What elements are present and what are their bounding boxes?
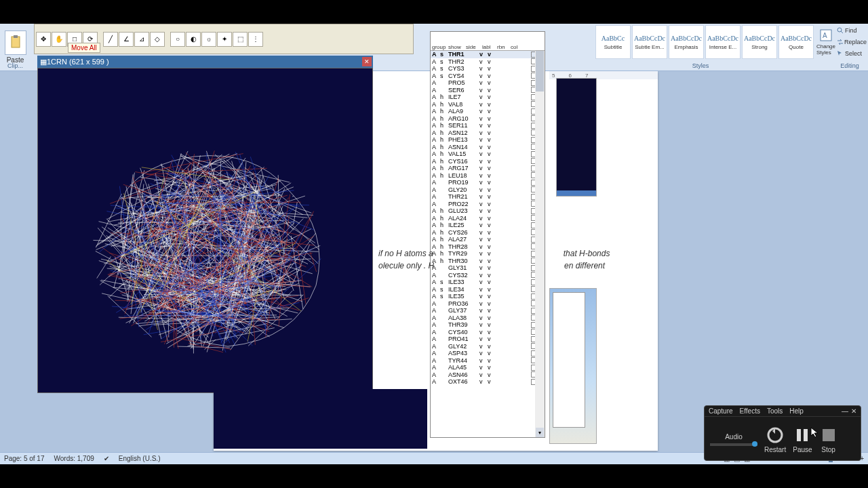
scroll-thumb[interactable] [536, 51, 544, 92]
tool-btn-6[interactable]: ∠ [119, 32, 134, 47]
audio-slider[interactable] [710, 443, 757, 446]
stop-button[interactable]: Stop [819, 426, 838, 453]
viewer-titlebar[interactable]: ▦ 1CRN (621 x 599 ) ✕ [37, 56, 373, 68]
residue-row[interactable]: AhVAL8vv [431, 101, 545, 108]
residue-row[interactable]: AsCYS3vv [431, 65, 545, 73]
restart-button[interactable]: Restart [764, 426, 786, 453]
residue-row[interactable]: AhARG10vv [431, 115, 545, 123]
residue-scrollbar[interactable]: ▴ ▾ [535, 51, 545, 437]
menu-help[interactable]: Help [789, 407, 804, 415]
residue-row[interactable]: AhALA24vv [431, 215, 545, 222]
residue-row[interactable]: ATHR21vv [431, 193, 545, 201]
residue-row[interactable]: AASP43vv [431, 350, 545, 357]
residue-row[interactable]: AhALA27vv [431, 236, 545, 243]
style-emphasis[interactable]: AaBbCcDcEmphasis [669, 25, 704, 59]
recorder-close-button[interactable]: ✕ [851, 407, 856, 415]
style-quote[interactable]: AaBbCcDcQuote [778, 25, 814, 59]
menu-effects[interactable]: Effects [740, 407, 760, 415]
select-button[interactable]: Select [837, 50, 867, 57]
residue-row[interactable]: AhLEU18vv [431, 172, 545, 180]
tool-btn-14[interactable]: ⋮ [248, 32, 263, 47]
svg-rect-1 [14, 35, 18, 38]
residue-row[interactable]: AhPHE13vv [431, 136, 545, 144]
status-language[interactable]: English (U.S.) [119, 455, 161, 462]
residue-row[interactable]: APRO5vv [431, 79, 545, 87]
svg-rect-562 [797, 429, 801, 441]
residue-row[interactable]: AGLY37vv [431, 307, 545, 314]
molecular-viewer[interactable] [37, 68, 373, 393]
paste-button[interactable] [5, 30, 26, 55]
tool-btn-1[interactable]: ✥ [36, 32, 51, 47]
residue-row[interactable]: APRO22vv [431, 201, 545, 208]
residue-row[interactable]: APRO19vv [431, 179, 545, 186]
protein-mesh [72, 109, 343, 380]
menu-tools[interactable]: Tools [767, 407, 783, 415]
styles-group-label: Styles [587, 61, 814, 70]
residue-row[interactable]: AsILE33vv [431, 279, 545, 286]
residue-row[interactable]: AhGLU23vv [431, 207, 545, 215]
status-words[interactable]: Words: 1,709 [54, 455, 94, 462]
scroll-down-button[interactable]: ▾ [536, 428, 544, 437]
residue-row[interactable]: AALA45vv [431, 364, 545, 371]
status-proofing-icon[interactable]: ✔ [104, 455, 109, 462]
tool-btn-11[interactable]: ☼ [201, 32, 216, 47]
residue-row[interactable]: AsCYS4vv [431, 73, 545, 80]
residue-row[interactable]: AOXT46vv [431, 378, 545, 386]
residue-row[interactable]: AALA38vv [431, 314, 545, 322]
residue-row[interactable]: AGLY20vv [431, 186, 545, 194]
svg-line-409 [310, 252, 316, 272]
style-subtitle[interactable]: AaBbCcSubtitle [595, 25, 631, 59]
residue-row[interactable]: ATHR39vv [431, 321, 545, 329]
pause-button[interactable]: Pause [793, 426, 812, 453]
style-subtleem[interactable]: AaBbCcDcSubtle Em... [632, 25, 667, 59]
tool-btn-10[interactable]: ◐ [186, 32, 201, 47]
residue-row[interactable]: APRO41vv [431, 336, 545, 343]
residue-row[interactable]: APRO36vv [431, 300, 545, 308]
residue-row[interactable]: AhASN14vv [431, 144, 545, 151]
style-strong[interactable]: AaBbCcDcStrong [742, 25, 777, 59]
residue-row[interactable]: AhASN12vv [431, 129, 545, 137]
tool-btn-5[interactable]: ╱ [103, 32, 118, 47]
tool-btn-7[interactable]: ⊿ [134, 32, 149, 47]
tool-btn-9[interactable]: ○ [170, 32, 185, 47]
residue-row[interactable]: AhCYS16vv [431, 158, 545, 165]
residue-row[interactable]: AGLY42vv [431, 343, 545, 350]
change-styles-button[interactable]: A Change Styles [816, 25, 835, 59]
viewer-close-button[interactable]: ✕ [362, 57, 372, 66]
residue-list[interactable]: AsTHR1vvAsTHR2vvAsCYS3vvAsCYS4vvAPRO5vvA… [431, 51, 545, 426]
residue-row[interactable]: AsTHR1vv [431, 51, 545, 58]
residue-row[interactable]: AhCYS26vv [431, 229, 545, 237]
menu-capture[interactable]: Capture [709, 407, 733, 415]
residue-row[interactable]: AASN46vv [431, 371, 545, 379]
svg-text:A: A [823, 32, 827, 39]
residue-row[interactable]: ASER6vv [431, 87, 545, 94]
tool-btn-13[interactable]: ⬚ [233, 32, 248, 47]
tool-btn-12[interactable]: ✦ [217, 32, 232, 47]
residue-row[interactable]: ACYS32vv [431, 272, 545, 279]
residue-row[interactable]: AsILE35vv [431, 293, 545, 300]
recorder-minimize-button[interactable]: — [842, 407, 848, 415]
residue-row[interactable]: AsTHR2vv [431, 58, 545, 66]
editing-group: Find Replace Select [837, 25, 867, 59]
tool-btn-8[interactable]: ◇ [150, 32, 165, 47]
residue-row[interactable]: AhVAL15vv [431, 150, 545, 158]
residue-row[interactable]: ACYS40vv [431, 329, 545, 336]
replace-button[interactable]: Replace [837, 39, 867, 45]
find-button[interactable]: Find [837, 27, 867, 34]
status-page[interactable]: Page: 5 of 17 [4, 455, 45, 462]
screen-recorder-widget[interactable]: Capture Effects Tools Help — ✕ Audio Res… [704, 405, 861, 461]
styles-gallery[interactable]: AaBbCcSubtitleAaBbCcDcSubtle Em...AaBbCc… [595, 25, 814, 59]
residue-row[interactable]: AhALA9vv [431, 108, 545, 115]
svg-rect-0 [12, 37, 20, 47]
svg-line-248 [96, 194, 121, 247]
residue-row[interactable]: AhSER11vv [431, 122, 545, 129]
residue-row[interactable]: AsILE34vv [431, 286, 545, 293]
tool-btn-2[interactable]: ✋ [52, 32, 66, 47]
residue-row[interactable]: AhILE7vv [431, 94, 545, 101]
doc-embedded-image-1 [556, 78, 597, 197]
residue-row[interactable]: ATYR44vv [431, 357, 545, 365]
doc-embedded-image-2 [549, 288, 597, 444]
residue-row[interactable]: AhARG17vv [431, 165, 545, 172]
residue-row[interactable]: AhILE25vv [431, 222, 545, 229]
style-intensee[interactable]: AaBbCcDcIntense E... [705, 25, 741, 59]
